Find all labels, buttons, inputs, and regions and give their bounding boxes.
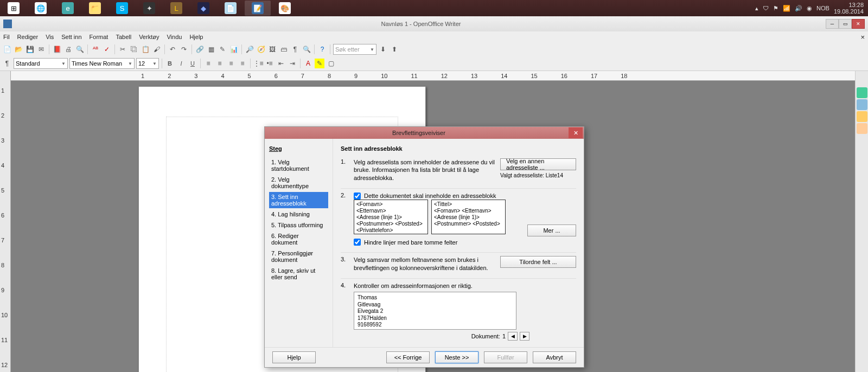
styles-icon[interactable]: ¶ — [2, 59, 12, 68]
tray-volume-icon[interactable]: 🔊 — [795, 5, 802, 12]
tray-network-icon[interactable]: 📶 — [783, 5, 790, 12]
sidebar-navigator-icon[interactable] — [857, 123, 867, 134]
more-button[interactable]: Mer ... — [527, 225, 576, 236]
format-paint-icon[interactable]: 🖌 — [152, 44, 162, 54]
tray-shield-icon[interactable]: 🛡 — [763, 5, 769, 11]
sidebar-styles-icon[interactable] — [857, 99, 867, 110]
highlight-icon[interactable]: ✎ — [315, 59, 324, 68]
address-template-2[interactable]: <Tittel> <Fornavn> <Etternavn> <Adresse … — [431, 200, 506, 234]
taskbar-notepad[interactable]: 📄 — [218, 1, 244, 16]
align-center-icon[interactable]: ≡ — [215, 59, 225, 68]
maximize-button[interactable]: ▭ — [839, 19, 852, 29]
next-button[interactable]: Neste >> — [435, 351, 478, 363]
preview-icon[interactable]: 🔍 — [75, 44, 85, 54]
menu-tabell[interactable]: Tabell — [116, 34, 131, 40]
taskbar-paint[interactable]: 🎨 — [272, 1, 298, 16]
doc-next-button[interactable]: ▶ — [520, 332, 529, 341]
redo-icon[interactable]: ↷ — [179, 44, 189, 54]
step-7[interactable]: 7. Personliggjør dokument — [269, 248, 328, 265]
match-fields-button[interactable]: Tilordne felt ... — [500, 256, 576, 268]
copy-icon[interactable]: ⿻ — [129, 44, 139, 54]
dialog-close-button[interactable]: ✕ — [569, 127, 583, 138]
open-icon[interactable]: 📂 — [14, 44, 23, 54]
indent-icon[interactable]: ⇥ — [288, 59, 297, 68]
taskbar-skype[interactable]: S — [109, 1, 135, 16]
step-8[interactable]: 8. Lagre, skriv ut eller send — [269, 266, 328, 282]
sidebar-properties-icon[interactable] — [857, 87, 867, 98]
cancel-button[interactable]: Avbryt — [533, 351, 576, 363]
search-field[interactable]: Søk etter ▼ — [333, 44, 376, 55]
navigator-icon[interactable]: 🧭 — [256, 44, 266, 54]
numbered-list-icon[interactable]: ⋮≡ — [253, 59, 263, 68]
bold-icon[interactable]: B — [165, 59, 175, 68]
undo-icon[interactable]: ↶ — [168, 44, 177, 54]
minimize-button[interactable]: ─ — [826, 19, 839, 29]
step-5[interactable]: 5. Tilpass utforming — [269, 220, 328, 230]
menu-hjelp[interactable]: Hjelp — [189, 34, 203, 40]
menu-vis[interactable]: Vis — [46, 34, 54, 40]
email-icon[interactable]: ✉ — [36, 44, 46, 54]
help-icon[interactable]: ? — [317, 44, 327, 54]
taskbar-openoffice[interactable]: 📝 — [245, 1, 271, 16]
step-1[interactable]: 1. Velg startdokument — [269, 157, 328, 174]
tray-chevron-icon[interactable]: ▴ — [755, 5, 758, 12]
zoom-icon[interactable]: 🔍 — [302, 44, 311, 54]
doc-close-icon[interactable]: × — [860, 33, 865, 41]
menu-verktoy[interactable]: Verktøy — [139, 34, 159, 40]
bullet-list-icon[interactable]: •≡ — [265, 59, 275, 68]
pdf-icon[interactable]: 📕 — [52, 44, 62, 54]
sidebar-gallery-icon[interactable] — [857, 111, 867, 122]
outdent-icon[interactable]: ⇤ — [276, 59, 286, 68]
size-combo[interactable]: 12▼ — [136, 58, 159, 69]
menu-fil[interactable]: Fil — [3, 34, 10, 40]
font-combo[interactable]: Times New Roman▼ — [69, 58, 135, 69]
print-icon[interactable]: 🖨 — [63, 44, 73, 54]
tray-flag-icon[interactable]: ⚑ — [773, 5, 778, 12]
step-3[interactable]: 3. Sett inn adresseblokk — [269, 192, 328, 208]
close-button[interactable]: ✕ — [852, 19, 865, 29]
table-icon[interactable]: ▦ — [206, 44, 216, 54]
step-6[interactable]: 6. Rediger dokument — [269, 231, 328, 247]
new-icon[interactable]: 📄 — [2, 44, 12, 54]
save-icon[interactable]: 💾 — [25, 44, 35, 54]
menu-vindu[interactable]: Vindu — [167, 34, 182, 40]
suppress-empty-checkbox[interactable] — [354, 239, 361, 246]
select-addresslist-button[interactable]: Velg en annen adresseliste ... — [500, 158, 576, 170]
start-button[interactable]: ⊞ — [1, 1, 27, 16]
help-button[interactable]: Hjelp — [272, 351, 316, 363]
step-2[interactable]: 2. Velg dokumenttype — [269, 175, 328, 191]
datasource-icon[interactable]: 🗃 — [279, 44, 289, 54]
underline-icon[interactable]: U — [188, 59, 197, 68]
tray-language[interactable]: NOB — [816, 5, 829, 11]
back-button[interactable]: << Forrige — [386, 351, 430, 363]
bg-color-icon[interactable]: ▢ — [326, 59, 336, 68]
spellcheck-icon[interactable]: ᴬᴮ — [91, 44, 100, 54]
search-prev-icon[interactable]: ⬆ — [390, 44, 399, 54]
autocheck-icon[interactable]: ✓ — [102, 44, 112, 54]
tray-icon[interactable]: ◉ — [807, 5, 812, 12]
hyperlink-icon[interactable]: 🔗 — [195, 44, 205, 54]
chart-icon[interactable]: 📊 — [229, 44, 239, 54]
tray-clock[interactable]: 13:28 19.08.2014 — [834, 2, 864, 15]
doc-prev-button[interactable]: ◀ — [508, 332, 518, 341]
address-template-1[interactable]: <Fornavn> <Etternavn> <Adresse (linje 1)… — [354, 200, 428, 234]
taskbar-explorer[interactable]: 📁 — [82, 1, 108, 16]
taskbar-app1[interactable]: ✦ — [136, 1, 162, 16]
taskbar-chrome[interactable]: 🌐 — [28, 1, 54, 16]
menu-settinn[interactable]: Sett inn — [61, 34, 81, 40]
paste-icon[interactable]: 📋 — [141, 44, 150, 54]
menu-format[interactable]: Format — [90, 34, 108, 40]
gallery-icon[interactable]: 🖼 — [267, 44, 277, 54]
taskbar-app2[interactable]: L — [163, 1, 189, 16]
font-color-icon[interactable]: A — [303, 59, 313, 68]
step-4[interactable]: 4. Lag hilsning — [269, 209, 328, 219]
nonprint-icon[interactable]: ¶ — [290, 44, 300, 54]
taskbar-app3[interactable]: ◆ — [190, 1, 216, 16]
include-addressblock-checkbox[interactable] — [354, 193, 361, 200]
taskbar-ie[interactable]: e — [55, 1, 81, 16]
justify-icon[interactable]: ≡ — [238, 59, 247, 68]
align-left-icon[interactable]: ≡ — [203, 59, 213, 68]
style-combo[interactable]: Standard▼ — [14, 58, 68, 69]
draw-icon[interactable]: ✎ — [218, 44, 227, 54]
align-right-icon[interactable]: ≡ — [226, 59, 236, 68]
